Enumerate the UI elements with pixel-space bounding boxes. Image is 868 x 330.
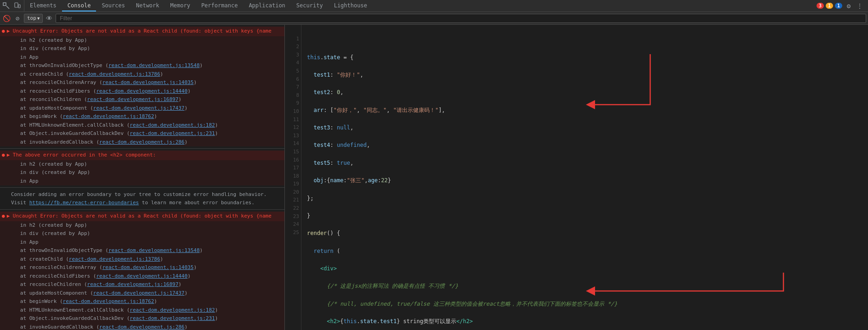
stack-line: at updateHostComponent (react-dom.develo… [0, 104, 284, 113]
devtools-top-bar: Elements Console Sources Network Memory … [0, 0, 868, 12]
eye-icon[interactable]: 👁 [45, 14, 54, 23]
stack-line: at Object.invokeGuardedCallbackDev (reac… [0, 129, 284, 138]
tab-network[interactable]: Network [130, 0, 165, 11]
devtools-tabs: Elements Console Sources Network Memory … [24, 0, 813, 11]
stack-line: in App [0, 177, 284, 186]
stack-link[interactable]: react-dom.development.js:14440 [96, 88, 187, 94]
stack-line: at updateHostComponent (react-dom.develo… [0, 289, 284, 298]
code-line: {/* 这是jsx的注释写法 的确是有点怪 不习惯 */} [307, 282, 862, 291]
error-message-3: ● ▶ Uncaught Error: Objects are not vali… [0, 212, 284, 221]
stack-line: at invokeGuardedCallback (react-dom.deve… [0, 323, 284, 330]
stack-link[interactable]: react-dom.development.js:182 [130, 122, 215, 128]
stack-line: at reconcileChildrenArray (react-dom.dev… [0, 263, 284, 272]
code-line: return ( [307, 247, 862, 256]
settings-icon[interactable]: ⚙ [844, 1, 853, 11]
devtools-container: Elements Console Sources Network Memory … [0, 0, 868, 330]
error-text-1: ▶ Uncaught Error: Objects are not valid … [7, 28, 272, 35]
more-icon[interactable]: ⋮ [855, 1, 864, 11]
tab-memory[interactable]: Memory [165, 0, 196, 11]
stack-link[interactable]: react-dom.development.js:286 [99, 324, 184, 330]
svg-rect-2 [18, 5, 20, 8]
tab-application[interactable]: Application [243, 0, 290, 11]
stack-line: at HTMLUnknownElement.callCallback (reac… [0, 121, 284, 130]
main-layout: ● ▶ Uncaught Error: Objects are not vali… [0, 25, 868, 330]
code-content: 1 2 3 4 5 6 7 8 9 10 11 12 13 14 15 16 1 [285, 25, 868, 330]
error-icon-2: ● [2, 152, 5, 158]
clear-console-icon[interactable]: 🚫 [2, 14, 11, 23]
error-badge: 3 [817, 3, 824, 9]
context-selector[interactable]: top ▼ [24, 14, 43, 23]
code-line: arr: ["你好，", "同志。", "请出示健康码！"], [307, 106, 862, 115]
tab-lighthouse[interactable]: Lighthouse [329, 0, 373, 11]
code-line: test2: 0, [307, 88, 862, 97]
stack-link[interactable]: react-dom.development.js:13548 [108, 62, 200, 68]
code-line: {/* null, undefined, true/false 这三种类型的值会… [307, 300, 862, 308]
stack-link[interactable]: react-dom.development.js:18762 [63, 298, 154, 304]
stack-line: at Object.invokeGuardedCallbackDev (reac… [0, 314, 284, 323]
devtools-right-icons: 3 1 1 ⚙ ⋮ [813, 1, 868, 11]
stack-link[interactable]: react-dom.development.js:13786 [69, 256, 160, 262]
svg-rect-1 [15, 3, 18, 7]
stack-link[interactable]: react-dom.development.js:18762 [63, 113, 154, 119]
console-toolbar: 🚫 ⊘ top ▼ 👁 [0, 12, 868, 25]
stack-line: at HTMLUnknownElement.callCallback (reac… [0, 306, 284, 315]
tab-sources[interactable]: Sources [96, 0, 130, 11]
code-line: <div> [307, 264, 862, 273]
error-message-2: ● ▶ The above error occurred in the <h2>… [0, 151, 284, 160]
chevron-down-icon: ▼ [37, 16, 40, 21]
code-line: this.state = { [307, 53, 862, 62]
error-boundary-link[interactable]: https://fb.me/react-error-boundaries [29, 200, 139, 206]
device-icon[interactable] [13, 1, 22, 11]
code-line: } [307, 212, 862, 220]
stack-line: at invokeGuardedCallback (react-dom.deve… [0, 138, 284, 147]
tab-performance[interactable]: Performance [196, 0, 243, 11]
stack-line: in div (created by App) [0, 168, 284, 177]
stack-line: at throwOnInvalidObjectType (react-dom.d… [0, 62, 284, 70]
filter-icon[interactable]: ⊘ [13, 14, 22, 23]
stack-link[interactable]: react-dom.development.js:13786 [69, 71, 160, 77]
stack-link[interactable]: react-dom.development.js:14035 [102, 264, 194, 270]
error-text-3: ▶ Uncaught Error: Objects are not valid … [7, 213, 272, 220]
stack-line: in h2 (created by App) [0, 221, 284, 230]
stack-link[interactable]: react-dom.development.js:16897 [87, 96, 179, 102]
console-panel[interactable]: ● ▶ Uncaught Error: Objects are not vali… [0, 25, 285, 330]
stack-line: at reconcileChildrenArray (react-dom.dev… [0, 78, 284, 87]
error-block-3: ● ▶ Uncaught Error: Objects are not vali… [0, 210, 284, 330]
stack-link[interactable]: react-dom.development.js:182 [130, 307, 215, 313]
inspect-icon[interactable] [2, 1, 11, 11]
line-numbers: 1 2 3 4 5 6 7 8 9 10 11 12 13 14 15 16 1 [285, 25, 301, 330]
stack-line: in App [0, 238, 284, 247]
code-panel[interactable]: 1 2 3 4 5 6 7 8 9 10 11 12 13 14 15 16 1 [285, 25, 868, 330]
stack-link[interactable]: react-dom.development.js:17437 [93, 290, 185, 296]
stack-link[interactable]: react-dom.development.js:231 [130, 130, 215, 136]
stack-link[interactable]: react-dom.development.js:14035 [102, 79, 194, 85]
stack-link[interactable]: react-dom.development.js:13548 [108, 247, 200, 253]
stack-line: at createChild (react-dom.development.js… [0, 70, 284, 79]
code-line: }; [307, 194, 862, 203]
stack-link[interactable]: react-dom.development.js:231 [130, 315, 215, 321]
tab-security[interactable]: Security [291, 0, 329, 11]
code-line: obj:{name:"张三",age:22} [307, 176, 862, 185]
stack-link[interactable]: react-dom.development.js:14440 [96, 273, 187, 279]
stack-line: at beginWork (react-dom.development.js:1… [0, 112, 284, 121]
tab-elements[interactable]: Elements [24, 0, 62, 11]
error-block-1: ● ▶ Uncaught Error: Objects are not vali… [0, 25, 284, 149]
error-icon-1: ● [2, 28, 5, 34]
stack-line: in h2 (created by App) [0, 160, 284, 169]
stack-link[interactable]: react-dom.development.js:16897 [87, 281, 179, 287]
stack-line: at reconcileChildren (react-dom.developm… [0, 280, 284, 289]
error-text-2: ▶ The above error occurred in the <h2> c… [7, 151, 156, 159]
code-line: test1: "你好！", [307, 71, 862, 79]
warning-badge: 1 [826, 3, 833, 9]
tab-console[interactable]: Console [62, 0, 96, 11]
stack-line: in div (created by App) [0, 45, 284, 53]
filter-input[interactable] [56, 14, 866, 23]
code-line: test5: true, [307, 159, 862, 168]
stack-line: at createChild (react-dom.development.js… [0, 255, 284, 264]
code-line: test3: null, [307, 123, 862, 132]
stack-line: at reconcileChildren (react-dom.developm… [0, 95, 284, 104]
code-lines: this.state = { test1: "你好！", test2: 0, a… [301, 25, 868, 330]
stack-line: in div (created by App) [0, 229, 284, 238]
stack-link[interactable]: react-dom.development.js:17437 [93, 105, 185, 111]
stack-link[interactable]: react-dom.development.js:286 [99, 139, 184, 145]
